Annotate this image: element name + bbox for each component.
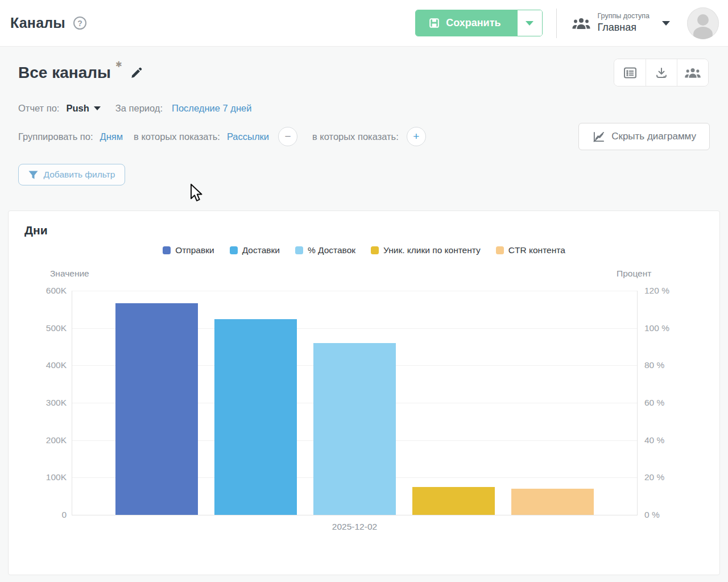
chevron-down-icon [94, 106, 101, 110]
chart-legend: ОтправкиДоставки% ДоставокУник. клики по… [9, 245, 719, 255]
right-tick-label: 120 % [644, 286, 669, 296]
chart-title: Дни [24, 224, 48, 237]
x-axis-category: 2025-12-02 [72, 522, 638, 532]
legend-swatch-icon [163, 246, 171, 254]
legend-item[interactable]: Уник. клики по контенту [371, 245, 481, 255]
left-tick-label: 600K [46, 286, 67, 296]
right-tick-label: 100 % [644, 323, 669, 333]
legend-swatch-icon [371, 246, 379, 254]
bar-series [72, 291, 637, 515]
bar-right-ctr-контента[interactable] [511, 489, 594, 515]
save-button-group: Сохранить [415, 10, 542, 36]
legend-swatch-icon [496, 246, 504, 254]
report-by-value: Push [66, 103, 89, 114]
add-filter-button[interactable]: Добавить фильтр [18, 164, 125, 185]
left-tick-label: 0 [61, 510, 67, 520]
minus-icon: − [284, 130, 291, 143]
right-tick-label: 80 % [644, 360, 664, 370]
save-dropdown-button[interactable] [517, 10, 542, 36]
save-icon [429, 18, 439, 28]
hide-chart-button[interactable]: Скрыть диаграмму [578, 123, 710, 150]
plus-icon: + [413, 130, 419, 143]
app-header: Каналы ? Сохранить Группы доступа Главна… [0, 0, 728, 47]
access-group-selector[interactable]: Группы доступа Главная [572, 12, 670, 34]
filter-funnel-icon [28, 171, 38, 179]
left-tick-label: 400K [46, 360, 67, 370]
save-button-label: Сохранить [446, 17, 500, 29]
left-tick-label: 300K [46, 398, 67, 408]
groups-icon [572, 16, 591, 30]
access-group-value: Главная [598, 21, 650, 34]
group-by-label: Группировать по: [18, 131, 93, 142]
hide-chart-icon [592, 131, 605, 143]
bar-left-доставки[interactable] [214, 319, 297, 515]
add-dimension-button[interactable]: + [407, 127, 426, 146]
edit-title-icon[interactable] [130, 67, 143, 79]
report-by-select[interactable]: Push [66, 103, 100, 114]
legend-label: Уник. клики по контенту [383, 245, 481, 255]
remove-dimension-button[interactable]: − [278, 127, 297, 146]
show-in-label-2: в которых показать: [312, 131, 399, 142]
left-axis-title: Значение [50, 269, 89, 279]
right-axis-title: Процент [617, 269, 651, 279]
chart-plot-area: 600K500K400K300K200K100K0 120 %100 %80 %… [72, 291, 638, 515]
download-button[interactable] [646, 59, 677, 86]
legend-item[interactable]: Доставки [230, 245, 280, 255]
group-by-value-link[interactable]: Дням [100, 131, 123, 142]
show-in-label: в которых показать: [134, 131, 220, 142]
hide-chart-label: Скрыть диаграмму [611, 131, 696, 142]
right-tick-label: 60 % [644, 398, 664, 408]
legend-label: Отправки [175, 245, 214, 255]
legend-item[interactable]: CTR контента [496, 245, 565, 255]
help-icon[interactable]: ? [73, 16, 86, 30]
bar-left-уник.-клики-по-контенту[interactable] [412, 487, 495, 515]
legend-label: % Доставок [308, 245, 355, 255]
report-title: Все каналы [18, 64, 111, 82]
legend-item[interactable]: % Доставок [295, 245, 355, 255]
save-button[interactable]: Сохранить [416, 10, 516, 36]
right-tick-label: 40 % [644, 435, 664, 445]
page-title: Каналы [10, 15, 65, 31]
legend-item[interactable]: Отправки [163, 245, 214, 255]
share-users-button[interactable] [677, 59, 708, 86]
access-groups-label: Группы доступа [598, 12, 650, 21]
chart-card: Дни ОтправкиДоставки% ДоставокУник. клик… [8, 210, 720, 575]
left-tick-label: 500K [46, 323, 67, 333]
legend-swatch-icon [295, 246, 303, 254]
chevron-down-icon [662, 21, 670, 26]
legend-label: CTR контента [508, 245, 565, 255]
period-value-link[interactable]: Последние 7 дней [172, 103, 251, 114]
right-tick-label: 20 % [644, 472, 664, 482]
favorite-star-icon[interactable]: ✱ [115, 60, 122, 69]
report-actions [614, 59, 709, 86]
main-content: Все каналы ✱ [0, 59, 728, 185]
period-label: За период: [115, 103, 163, 114]
bar-right-%-доставок[interactable] [313, 343, 396, 515]
legend-swatch-icon [230, 246, 238, 254]
report-by-label: Отчет по: [18, 103, 59, 114]
add-filter-label: Добавить фильтр [44, 170, 115, 180]
bar-left-отправки[interactable] [115, 303, 198, 515]
header-divider [556, 9, 557, 38]
table-view-button[interactable] [614, 59, 646, 86]
chevron-down-icon [526, 21, 533, 26]
left-tick-label: 200K [46, 435, 67, 445]
avatar[interactable] [687, 7, 719, 39]
right-tick-label: 0 % [644, 510, 660, 520]
show-in-value-link[interactable]: Рассылки [227, 131, 269, 142]
legend-label: Доставки [242, 245, 280, 255]
left-tick-label: 100K [46, 472, 67, 482]
mouse-cursor [190, 184, 205, 205]
